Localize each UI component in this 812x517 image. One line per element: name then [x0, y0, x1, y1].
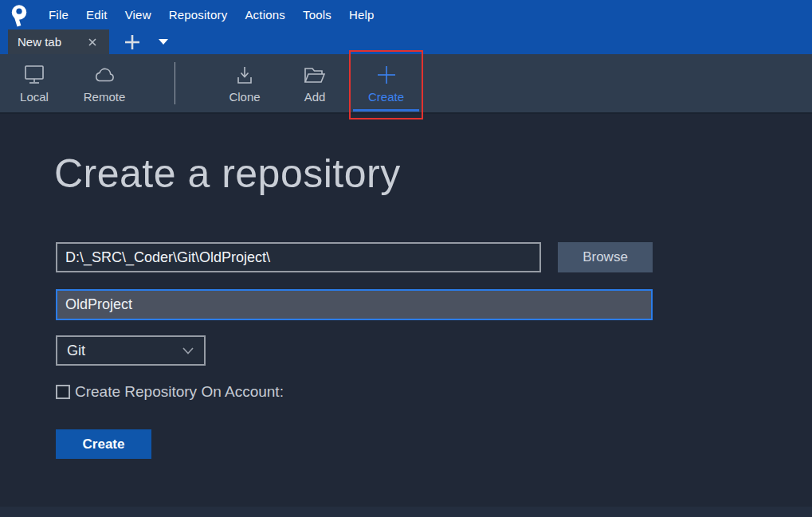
tab-new-tab[interactable]: New tab: [8, 29, 109, 54]
repository-name-input[interactable]: [56, 289, 653, 320]
menu-help[interactable]: Help: [340, 2, 383, 28]
account-option-row: Create Repository On Account:: [56, 383, 284, 401]
open-folder-icon: [302, 64, 328, 86]
download-icon: [233, 64, 257, 86]
status-bar: [0, 507, 812, 517]
toolbar-local-button[interactable]: Local: [8, 54, 61, 112]
page-title: Create a repository: [54, 151, 401, 197]
sourcetree-logo-icon: [8, 4, 29, 28]
tab-bar: New tab: [0, 29, 812, 54]
menu-file[interactable]: File: [40, 2, 77, 28]
chevron-down-icon: [159, 39, 168, 45]
tab-close-icon[interactable]: [85, 35, 100, 49]
toolbar-create-label: Create: [368, 90, 404, 104]
title-bar: File Edit View Repository Actions Tools …: [0, 0, 812, 29]
monitor-icon: [22, 64, 46, 86]
app-window: File Edit View Repository Actions Tools …: [0, 0, 812, 517]
plus-icon: [124, 33, 141, 51]
toolbar-remote-button[interactable]: Remote: [73, 54, 135, 112]
toolbar-add-button[interactable]: Add: [287, 54, 343, 112]
tab-list-dropdown-button[interactable]: [151, 29, 176, 54]
vcs-type-select[interactable]: Git: [56, 335, 206, 366]
new-tab-button[interactable]: [114, 29, 151, 54]
browse-button[interactable]: Browse: [558, 242, 653, 272]
toolbar-local-label: Local: [20, 90, 49, 104]
active-tool-indicator: [353, 109, 419, 112]
menu-actions[interactable]: Actions: [236, 2, 294, 28]
destination-path-input[interactable]: [56, 242, 541, 272]
chevron-down-icon: [182, 347, 194, 355]
create-on-account-checkbox[interactable]: [56, 385, 70, 399]
menu-edit[interactable]: Edit: [77, 2, 116, 28]
menu-tools[interactable]: Tools: [294, 2, 340, 28]
toolbar: Local Remote Clone Add: [0, 54, 812, 114]
create-on-account-label: Create Repository On Account:: [75, 383, 284, 401]
toolbar-remote-label: Remote: [84, 90, 126, 104]
toolbar-clone-label: Clone: [229, 90, 260, 104]
toolbar-divider: [175, 62, 175, 104]
create-repository-panel: Create a repository Browse Git Create Re…: [0, 116, 812, 507]
vcs-type-value: Git: [67, 343, 182, 359]
toolbar-create-button[interactable]: Create: [351, 54, 421, 112]
create-button[interactable]: Create: [56, 429, 151, 459]
menu-bar: File Edit View Repository Actions Tools …: [40, 2, 383, 28]
plus-icon: [375, 64, 398, 86]
menu-view[interactable]: View: [116, 2, 160, 28]
cloud-icon: [92, 64, 117, 86]
menu-repository[interactable]: Repository: [160, 2, 237, 28]
toolbar-clone-button[interactable]: Clone: [214, 54, 276, 112]
toolbar-add-label: Add: [304, 90, 326, 104]
tab-label: New tab: [18, 35, 85, 49]
